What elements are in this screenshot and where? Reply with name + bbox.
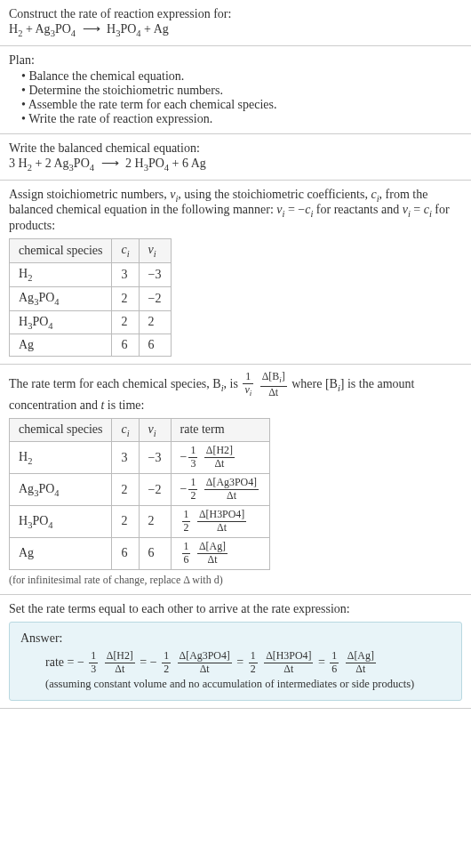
stoich-table: chemical species ci νi H2 3 −3 Ag3PO4 2 …	[9, 238, 172, 357]
table-row: Ag 6 6 16 Δ[Ag]Δt	[10, 537, 270, 569]
balanced-title: Write the balanced chemical equation:	[9, 141, 462, 156]
rate-expression-title: Set the rate terms equal to each other t…	[9, 602, 462, 616]
balanced-equation: 3 H2 + 2 Ag3PO4 ⟶ 2 H3PO4 + 6 Ag	[9, 156, 462, 173]
plan-item: Assemble the rate term for each chemical…	[21, 98, 462, 112]
table-row: H2 3 −3	[10, 262, 172, 286]
table-cell: −3	[139, 262, 171, 286]
table-header: ci	[112, 418, 139, 442]
table-cell: H2	[10, 262, 112, 286]
answer-label: Answer:	[20, 631, 451, 646]
plan-item: Balance the chemical equation.	[21, 69, 462, 84]
footnote: (for infinitesimal rate of change, repla…	[9, 574, 462, 587]
table-row: Ag3PO4 2 −2 −12 Δ[Ag3PO4]Δt	[10, 474, 270, 506]
rate-expression-section: Set the rate terms equal to each other t…	[0, 595, 471, 710]
table-row: Ag 6 6	[10, 334, 172, 357]
table-cell: H2	[10, 442, 112, 474]
plan-list: Balance the chemical equation. Determine…	[9, 69, 462, 126]
table-cell: 6	[112, 334, 139, 357]
plan-section: Plan: Balance the chemical equation. Det…	[0, 46, 471, 134]
table-cell: 3	[112, 442, 139, 474]
table-cell: H3PO4	[10, 506, 112, 538]
table-cell: Ag3PO4	[10, 474, 112, 506]
answer-equation: rate = − 13 Δ[H2]Δt = − 12 Δ[Ag3PO4]Δt =…	[20, 651, 451, 675]
table-cell: Ag3PO4	[10, 286, 112, 310]
table-cell: 16 Δ[Ag]Δt	[171, 537, 270, 569]
table-header: ci	[112, 239, 139, 263]
problem-statement: Construct the rate of reaction expressio…	[0, 0, 471, 46]
table-row: H2 3 −3 −13 Δ[H2]Δt	[10, 442, 270, 474]
table-cell: −2	[139, 286, 171, 310]
answer-box: Answer: rate = − 13 Δ[H2]Δt = − 12 Δ[Ag3…	[9, 622, 462, 702]
table-row: H3PO4 2 2 12 Δ[H3PO4]Δt	[10, 506, 270, 538]
table-row: Ag3PO4 2 −2	[10, 286, 172, 310]
table-header: rate term	[171, 418, 270, 442]
table-cell: 2	[112, 286, 139, 310]
table-cell: 6	[139, 334, 171, 357]
table-cell: 6	[139, 537, 171, 569]
table-cell: −2	[139, 474, 171, 506]
table-cell: 6	[112, 537, 139, 569]
table-cell: 2	[112, 474, 139, 506]
unbalanced-equation: H2 + Ag3PO4 ⟶ H3PO4 + Ag	[9, 21, 462, 38]
table-cell: H3PO4	[10, 310, 112, 334]
table-header-row: chemical species ci νi rate term	[10, 418, 270, 442]
plan-item: Write the rate of reaction expression.	[21, 112, 462, 126]
table-header: νi	[139, 239, 171, 263]
stoichiometric-section: Assign stoichiometric numbers, νi, using…	[0, 181, 471, 366]
table-cell: −12 Δ[Ag3PO4]Δt	[171, 474, 270, 506]
plan-item: Determine the stoichiometric numbers.	[21, 84, 462, 98]
table-cell: 2	[112, 310, 139, 334]
plan-title: Plan:	[9, 53, 462, 68]
arrow-icon: ⟶	[101, 156, 119, 171]
table-header: νi	[139, 418, 171, 442]
table-row: H3PO4 2 2	[10, 310, 172, 334]
answer-note: (assuming constant volume and no accumul…	[20, 678, 451, 691]
table-cell: Ag	[10, 537, 112, 569]
table-cell: −3	[139, 442, 171, 474]
table-cell: 2	[139, 506, 171, 538]
problem-title: Construct the rate of reaction expressio…	[9, 7, 462, 21]
rate-term-table: chemical species ci νi rate term H2 3 −3…	[9, 418, 270, 570]
rate-term-section: The rate term for each chemical species,…	[0, 365, 471, 594]
table-cell: 2	[112, 506, 139, 538]
table-cell: 2	[139, 310, 171, 334]
stoich-text: Assign stoichiometric numbers, νi, using…	[9, 188, 462, 234]
table-header: chemical species	[10, 418, 112, 442]
table-cell: −13 Δ[H2]Δt	[171, 442, 270, 474]
table-cell: 3	[112, 262, 139, 286]
table-header-row: chemical species ci νi	[10, 239, 172, 263]
table-cell: Ag	[10, 334, 112, 357]
table-cell: 12 Δ[H3PO4]Δt	[171, 506, 270, 538]
arrow-icon: ⟶	[83, 21, 100, 36]
rate-term-text: The rate term for each chemical species,…	[9, 372, 462, 412]
table-header: chemical species	[10, 239, 112, 263]
balanced-equation-section: Write the balanced chemical equation: 3 …	[0, 134, 471, 181]
